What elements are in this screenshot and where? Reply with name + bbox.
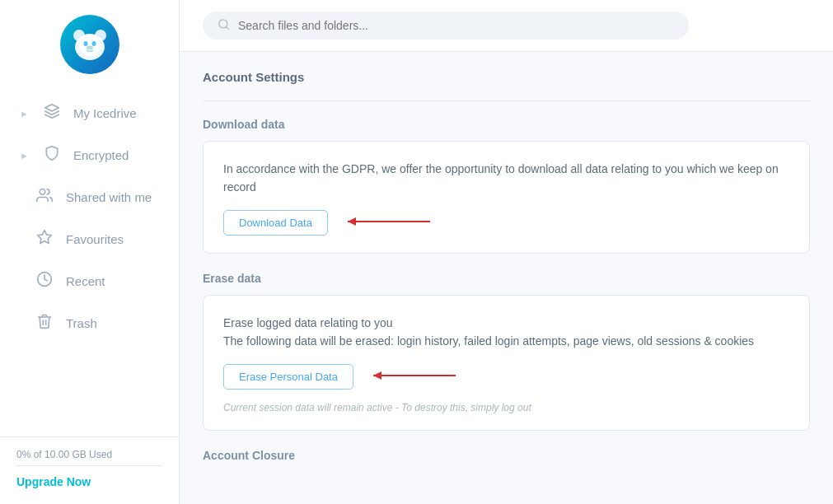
annotation-arrow [339, 210, 438, 233]
sidebar-item-label: My Icedrive [73, 106, 137, 120]
download-btn-row: Download Data [223, 210, 789, 236]
erase-description: Erase logged data relating to you The fo… [223, 314, 789, 351]
sidebar-item-trash[interactable]: Trash [0, 302, 179, 344]
erase-description-line2: The following data will be erased: login… [223, 334, 754, 348]
expand-arrow-icon: ► [20, 151, 29, 161]
download-data-button[interactable]: Download Data [223, 210, 328, 236]
download-section-heading: Download data [203, 118, 810, 131]
logo-icon [68, 22, 112, 67]
sidebar-item-encrypted[interactable]: ► Encrypted [0, 134, 179, 176]
star-icon [35, 229, 54, 250]
account-closure-heading: Account Closure [203, 449, 810, 462]
logo [60, 15, 119, 74]
erase-personal-data-button[interactable]: Erase Personal Data [223, 364, 353, 390]
search-icon [218, 18, 230, 33]
sidebar-item-shared-with-me[interactable]: Shared with me [0, 176, 179, 218]
search-bar [203, 12, 689, 40]
erase-btn-row: Erase Personal Data [223, 364, 789, 390]
trash-icon [35, 313, 54, 334]
svg-point-5 [91, 41, 96, 46]
sidebar-item-my-icedrive[interactable]: ► My Icedrive [0, 92, 179, 134]
erase-data-card: Erase logged data relating to you The fo… [203, 295, 810, 431]
sidebar-item-label: Shared with me [66, 190, 152, 204]
layers-icon [42, 103, 62, 124]
arrow-annotation [339, 210, 438, 236]
arrow-annotation-erase [365, 364, 464, 390]
sidebar-item-label: Encrypted [73, 148, 129, 162]
erase-description-line1: Erase logged data relating to you [223, 316, 392, 329]
search-bar-wrap [180, 0, 833, 52]
svg-point-6 [87, 46, 93, 50]
users-icon [35, 187, 54, 208]
sidebar-item-recent[interactable]: Recent [0, 260, 179, 302]
search-input[interactable] [238, 19, 674, 32]
annotation-arrow-erase [365, 364, 464, 387]
download-description: In accordance with the GDPR, we offer th… [223, 160, 789, 197]
sidebar: ► My Icedrive ► Encrypted [0, 0, 180, 504]
sidebar-item-label: Favourites [66, 232, 124, 246]
sidebar-item-favourites[interactable]: Favourites [0, 218, 179, 260]
shield-icon [42, 145, 62, 166]
main-content: Account Settings Download data In accord… [180, 0, 833, 504]
erase-note: Current session data will remain active … [223, 402, 789, 413]
svg-point-4 [83, 41, 87, 46]
svg-point-3 [79, 35, 101, 56]
svg-marker-9 [38, 231, 52, 244]
clock-icon [35, 271, 54, 292]
storage-text: 0% of 10.00 GB Used [16, 449, 162, 460]
sidebar-bottom: 0% of 10.00 GB Used Upgrade Now [0, 436, 179, 504]
upgrade-link[interactable]: Upgrade Now [16, 475, 91, 488]
svg-line-12 [226, 26, 228, 29]
nav-menu: ► My Icedrive ► Encrypted [0, 86, 179, 436]
svg-point-8 [40, 189, 45, 195]
logo-area [0, 0, 179, 86]
sidebar-item-label: Trash [66, 316, 97, 330]
svg-marker-16 [373, 371, 381, 380]
download-data-card: In accordance with the GDPR, we offer th… [203, 141, 810, 254]
page-title: Account Settings [203, 70, 810, 84]
expand-arrow-icon: ► [20, 109, 29, 119]
svg-marker-14 [348, 217, 356, 226]
svg-marker-7 [45, 105, 59, 111]
sidebar-item-label: Recent [66, 274, 105, 288]
erase-section-heading: Erase data [203, 272, 810, 285]
content-area: Account Settings Download data In accord… [180, 52, 833, 495]
